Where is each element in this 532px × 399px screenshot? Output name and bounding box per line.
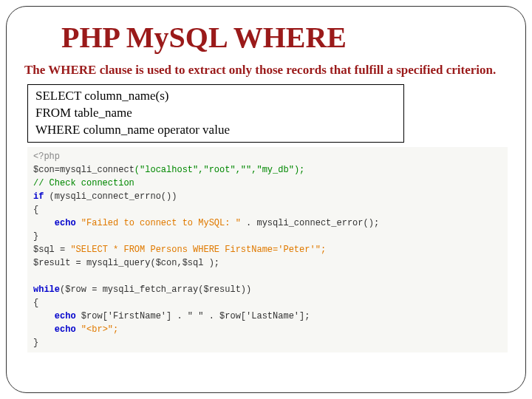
description-text: The WHERE clause is used to extract only… xyxy=(24,62,508,78)
syntax-box: SELECT column_name(s) FROM table_name WH… xyxy=(27,84,404,143)
fail-string: "Failed to connect to MySQL: " xyxy=(76,218,246,228)
code-block: <?php $con=mysqli_connect("localhost","r… xyxy=(27,147,508,352)
syntax-line-3: WHERE column_name operator value xyxy=(35,122,396,139)
sql-assign: = xyxy=(55,245,71,255)
syntax-line-2: FROM table_name xyxy=(35,105,396,122)
syntax-line-1: SELECT column_name(s) xyxy=(35,88,396,105)
eq-op: = xyxy=(55,165,60,175)
while-keyword: while xyxy=(33,284,60,295)
connect-args: ("localhost","root","","my_db"); xyxy=(134,165,304,175)
errno-call: (mysqli_connect_errno()) xyxy=(44,191,177,202)
page-title: PHP MySQL WHERE xyxy=(61,20,508,55)
query-call: = mysqli_query($con,$sql ); xyxy=(70,258,219,268)
br-string: "<br>"; xyxy=(76,324,119,335)
con-var: $con xyxy=(33,165,55,175)
concat-error: . mysqli_connect_error(); xyxy=(246,218,379,228)
brace-open-2: { xyxy=(33,298,38,308)
sql-var: $sql xyxy=(33,245,55,255)
brace-close-1: } xyxy=(33,231,38,242)
echo-keyword-3: echo xyxy=(55,324,76,335)
comment-check: // Check connection xyxy=(33,178,134,188)
if-keyword: if xyxy=(33,191,44,202)
connect-fn: mysqli_connect xyxy=(60,165,134,175)
result-var: $result xyxy=(33,258,70,268)
while-cond: ($row = mysqli_fetch_array($result)) xyxy=(60,284,251,295)
echo-keyword-2: echo xyxy=(55,311,76,321)
brace-open-1: { xyxy=(33,205,38,215)
php-open-tag: <?php xyxy=(33,151,60,162)
brace-close-2: } xyxy=(33,338,38,348)
sql-string: "SELECT * FROM Persons WHERE FirstName='… xyxy=(70,245,326,255)
row-output: $row['FirstName'] . " " . $row['LastName… xyxy=(76,311,310,321)
echo-keyword-1: echo xyxy=(55,218,76,228)
slide-frame: PHP MySQL WHERE The WHERE clause is used… xyxy=(6,6,526,393)
